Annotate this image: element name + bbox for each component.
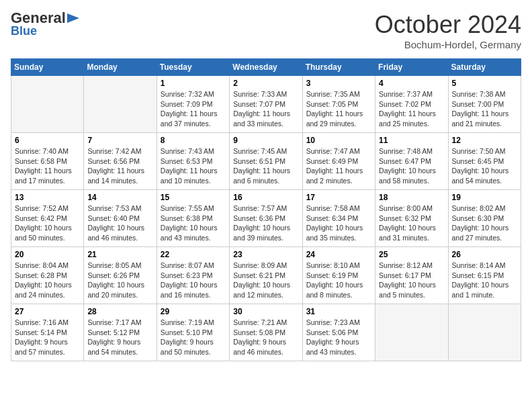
calendar-cell: 7Sunrise: 7:42 AMSunset: 6:56 PMDaylight… (84, 133, 157, 190)
day-info: Sunrise: 7:50 AMSunset: 6:45 PMDaylight:… (452, 146, 517, 186)
day-number: 17 (306, 193, 371, 202)
logo-flag-icon (67, 13, 79, 23)
day-info: Sunrise: 7:16 AMSunset: 5:14 PMDaylight:… (15, 318, 80, 357)
day-number: 31 (306, 307, 371, 316)
day-info: Sunrise: 8:04 AMSunset: 6:28 PMDaylight:… (15, 261, 80, 300)
day-info: Sunrise: 7:55 AMSunset: 6:38 PMDaylight:… (161, 203, 226, 243)
calendar-cell: 17Sunrise: 7:58 AMSunset: 6:34 PMDayligh… (302, 190, 375, 247)
calendar-cell (448, 304, 521, 361)
day-info: Sunrise: 7:52 AMSunset: 6:42 PMDaylight:… (15, 203, 80, 243)
day-info: Sunrise: 8:02 AMSunset: 6:30 PMDaylight:… (452, 203, 517, 243)
day-number: 9 (233, 136, 298, 145)
week-row-5: 27Sunrise: 7:16 AMSunset: 5:14 PMDayligh… (11, 304, 521, 361)
day-info: Sunrise: 7:21 AMSunset: 5:08 PMDaylight:… (233, 318, 298, 357)
weekday-header-thursday: Thursday (302, 59, 375, 76)
calendar-cell: 10Sunrise: 7:47 AMSunset: 6:49 PMDayligh… (302, 133, 375, 190)
calendar-header: SundayMondayTuesdayWednesdayThursdayFrid… (11, 59, 521, 76)
day-number: 1 (161, 79, 226, 88)
day-number: 11 (379, 136, 444, 145)
day-number: 15 (161, 193, 226, 202)
weekday-header-row: SundayMondayTuesdayWednesdayThursdayFrid… (11, 59, 521, 76)
day-info: Sunrise: 7:23 AMSunset: 5:06 PMDaylight:… (306, 318, 371, 357)
day-number: 12 (452, 136, 517, 145)
day-number: 3 (306, 79, 371, 88)
weekday-header-sunday: Sunday (11, 59, 84, 76)
calendar-cell: 24Sunrise: 8:10 AMSunset: 6:19 PMDayligh… (302, 247, 375, 304)
calendar-cell: 31Sunrise: 7:23 AMSunset: 5:06 PMDayligh… (302, 304, 375, 361)
day-number: 23 (233, 250, 298, 259)
calendar-cell: 25Sunrise: 8:12 AMSunset: 6:17 PMDayligh… (375, 247, 448, 304)
day-number: 13 (15, 193, 80, 202)
week-row-3: 13Sunrise: 7:52 AMSunset: 6:42 PMDayligh… (11, 190, 521, 247)
calendar-table: SundayMondayTuesdayWednesdayThursdayFrid… (11, 58, 521, 361)
day-number: 4 (379, 79, 444, 88)
day-number: 16 (233, 193, 298, 202)
calendar-cell (84, 76, 157, 133)
title-block: October 2024 Bochum-Hordel, Germany (375, 11, 521, 50)
day-number: 20 (15, 250, 80, 259)
day-info: Sunrise: 7:43 AMSunset: 6:53 PMDaylight:… (161, 146, 226, 186)
day-info: Sunrise: 7:38 AMSunset: 7:00 PMDaylight:… (452, 89, 517, 129)
calendar-cell: 22Sunrise: 8:07 AMSunset: 6:23 PMDayligh… (157, 247, 229, 304)
day-info: Sunrise: 8:10 AMSunset: 6:19 PMDaylight:… (306, 261, 371, 300)
calendar-cell: 18Sunrise: 8:00 AMSunset: 6:32 PMDayligh… (375, 190, 448, 247)
calendar-cell: 29Sunrise: 7:19 AMSunset: 5:10 PMDayligh… (157, 304, 229, 361)
calendar-cell: 13Sunrise: 7:52 AMSunset: 6:42 PMDayligh… (11, 190, 84, 247)
calendar-body: 1Sunrise: 7:32 AMSunset: 7:09 PMDaylight… (11, 76, 521, 361)
month-title: October 2024 (375, 11, 521, 39)
day-number: 8 (161, 136, 226, 145)
logo: General Blue (11, 11, 79, 38)
weekday-header-friday: Friday (375, 59, 448, 76)
calendar-cell: 2Sunrise: 7:33 AMSunset: 7:07 PMDaylight… (230, 76, 302, 133)
day-number: 24 (306, 250, 371, 259)
day-number: 22 (161, 250, 226, 259)
day-number: 28 (87, 307, 152, 316)
calendar-cell: 21Sunrise: 8:05 AMSunset: 6:26 PMDayligh… (84, 247, 157, 304)
week-row-2: 6Sunrise: 7:40 AMSunset: 6:58 PMDaylight… (11, 133, 521, 190)
calendar-cell: 8Sunrise: 7:43 AMSunset: 6:53 PMDaylight… (157, 133, 229, 190)
calendar-cell: 5Sunrise: 7:38 AMSunset: 7:00 PMDaylight… (448, 76, 521, 133)
day-number: 14 (87, 193, 152, 202)
logo-blue-text: Blue (11, 24, 37, 38)
day-number: 7 (87, 136, 152, 145)
day-info: Sunrise: 7:37 AMSunset: 7:02 PMDaylight:… (379, 89, 444, 129)
day-info: Sunrise: 7:19 AMSunset: 5:10 PMDaylight:… (161, 318, 226, 357)
calendar-cell: 15Sunrise: 7:55 AMSunset: 6:38 PMDayligh… (157, 190, 229, 247)
day-info: Sunrise: 7:48 AMSunset: 6:47 PMDaylight:… (379, 146, 444, 186)
day-number: 30 (233, 307, 298, 316)
calendar-cell: 26Sunrise: 8:14 AMSunset: 6:15 PMDayligh… (448, 247, 521, 304)
day-info: Sunrise: 8:14 AMSunset: 6:15 PMDaylight:… (452, 261, 517, 300)
day-info: Sunrise: 7:45 AMSunset: 6:51 PMDaylight:… (233, 146, 298, 186)
day-info: Sunrise: 8:05 AMSunset: 6:26 PMDaylight:… (87, 261, 152, 300)
week-row-4: 20Sunrise: 8:04 AMSunset: 6:28 PMDayligh… (11, 247, 521, 304)
calendar-cell: 9Sunrise: 7:45 AMSunset: 6:51 PMDaylight… (230, 133, 302, 190)
day-info: Sunrise: 7:57 AMSunset: 6:36 PMDaylight:… (233, 203, 298, 243)
calendar-cell (11, 76, 84, 133)
weekday-header-tuesday: Tuesday (157, 59, 229, 76)
day-number: 6 (15, 136, 80, 145)
day-info: Sunrise: 7:40 AMSunset: 6:58 PMDaylight:… (15, 146, 80, 186)
day-info: Sunrise: 7:17 AMSunset: 5:12 PMDaylight:… (87, 318, 152, 357)
weekday-header-saturday: Saturday (448, 59, 521, 76)
calendar-cell: 12Sunrise: 7:50 AMSunset: 6:45 PMDayligh… (448, 133, 521, 190)
calendar-cell: 28Sunrise: 7:17 AMSunset: 5:12 PMDayligh… (84, 304, 157, 361)
day-number: 25 (379, 250, 444, 259)
day-number: 19 (452, 193, 517, 202)
day-number: 18 (379, 193, 444, 202)
day-number: 29 (161, 307, 226, 316)
day-number: 10 (306, 136, 371, 145)
day-info: Sunrise: 8:09 AMSunset: 6:21 PMDaylight:… (233, 261, 298, 300)
calendar-cell (375, 304, 448, 361)
page-header: General Blue October 2024 Bochum-Hordel,… (11, 11, 521, 50)
calendar-cell: 27Sunrise: 7:16 AMSunset: 5:14 PMDayligh… (11, 304, 84, 361)
day-info: Sunrise: 8:07 AMSunset: 6:23 PMDaylight:… (161, 261, 226, 300)
calendar-cell: 19Sunrise: 8:02 AMSunset: 6:30 PMDayligh… (448, 190, 521, 247)
day-info: Sunrise: 7:42 AMSunset: 6:56 PMDaylight:… (87, 146, 152, 186)
day-info: Sunrise: 7:58 AMSunset: 6:34 PMDaylight:… (306, 203, 371, 243)
day-info: Sunrise: 7:32 AMSunset: 7:09 PMDaylight:… (161, 89, 226, 129)
calendar-cell: 30Sunrise: 7:21 AMSunset: 5:08 PMDayligh… (230, 304, 302, 361)
day-info: Sunrise: 7:35 AMSunset: 7:05 PMDaylight:… (306, 89, 371, 129)
calendar-cell: 4Sunrise: 7:37 AMSunset: 7:02 PMDaylight… (375, 76, 448, 133)
day-number: 2 (233, 79, 298, 88)
weekday-header-wednesday: Wednesday (230, 59, 302, 76)
